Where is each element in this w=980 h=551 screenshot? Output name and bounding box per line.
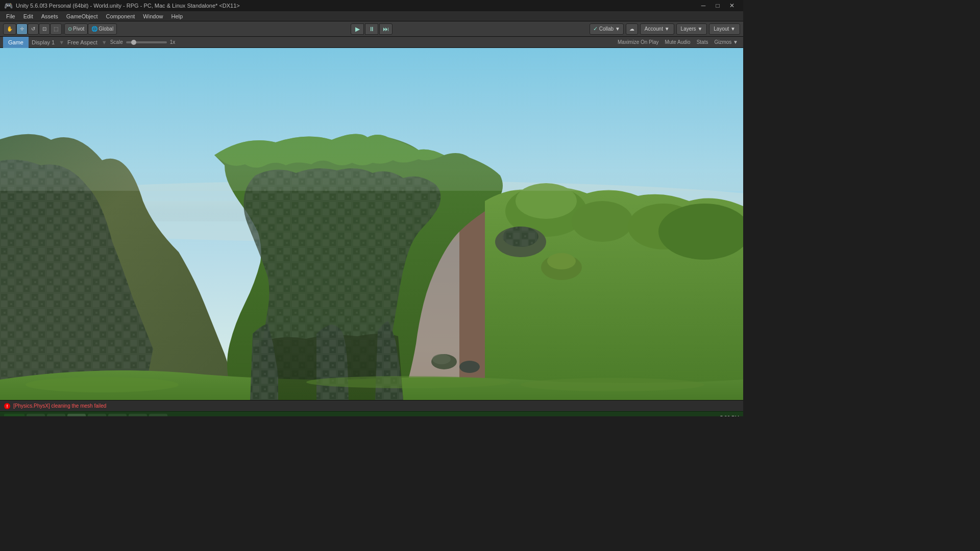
scale-tool[interactable]: ⊡: [39, 23, 50, 35]
taskbar-app-file-explorer[interactable]: 🗂: [27, 414, 45, 417]
title-text: Unity 5.6.0f3 Personal (64bit) - World.u…: [16, 3, 696, 9]
display-label: Display 1: [32, 39, 55, 45]
pivot-button[interactable]: ⊙ Pivot: [64, 23, 88, 35]
close-button[interactable]: ✕: [725, 0, 739, 11]
svg-point-18: [306, 376, 510, 388]
taskbar-time: 5:30 PM 18/04/2017: [714, 415, 739, 417]
right-toolbar: ✓ Collab ▼ ☁ Account ▼ Layers ▼ Layout ▼: [590, 23, 740, 35]
svg-point-17: [26, 377, 179, 392]
error-icon: !: [4, 403, 10, 409]
separator-1: [63, 24, 63, 34]
collab-check-icon: ✓: [593, 26, 598, 32]
svg-point-21: [432, 354, 451, 364]
gizmos-button[interactable]: Gizmos ▼: [712, 39, 740, 45]
taskbar-app-word[interactable]: 📄: [149, 414, 167, 417]
maximize-on-play-button[interactable]: Maximize On Play: [616, 39, 661, 45]
toolbar: ✋ ✛ ↺ ⊡ ⬚ ⊙ Pivot 🌐 Global ▶ ⏸ ⏭ ✓ Colla…: [0, 21, 743, 37]
scale-slider-thumb: [131, 40, 136, 45]
move-tool[interactable]: ✛: [16, 23, 28, 35]
minimize-button[interactable]: ─: [696, 0, 710, 11]
scale-slider[interactable]: [126, 41, 167, 43]
unity-icon: 🎮: [4, 2, 13, 10]
mute-audio-button[interactable]: Mute Audio: [663, 39, 693, 45]
svg-point-22: [459, 361, 480, 373]
menu-item-gameobject[interactable]: GameObject: [62, 11, 102, 21]
start-button[interactable]: ⊞: [4, 414, 24, 417]
taskbar-app-visual-studio[interactable]: 💻: [108, 414, 127, 417]
window-controls: ─ □ ✕: [696, 0, 739, 11]
svg-rect-25: [0, 48, 743, 191]
terrain-view: [0, 48, 743, 400]
status-text: [Physics.PhysX] cleaning the mesh failed: [13, 403, 106, 409]
right-game-controls: Maximize On Play Mute Audio Stats Gizmos…: [616, 39, 740, 45]
maximize-button[interactable]: □: [710, 0, 725, 11]
menu-item-window[interactable]: Window: [139, 11, 167, 21]
cloud-button[interactable]: ☁: [626, 23, 638, 35]
game-toolbar: Game Display 1 ▼ Free Aspect ▼ Scale 1x …: [0, 37, 743, 48]
game-tab[interactable]: Game: [3, 37, 29, 48]
taskbar: ⊞ 🗂 🌐 🎮 🎵 💻 🖼 📄 ^ 🔊 📶 🔔 ENG 5:30 PM 18/0…: [0, 411, 743, 416]
scale-value: 1x: [170, 39, 176, 45]
collab-button[interactable]: ✓ Collab ▼: [590, 23, 624, 35]
taskbar-app-chrome[interactable]: 🌐: [47, 414, 65, 417]
rotate-tool[interactable]: ↺: [28, 23, 39, 35]
hand-tool[interactable]: ✋: [3, 23, 16, 35]
svg-point-24: [547, 253, 576, 269]
rect-tool[interactable]: ⬚: [50, 23, 62, 35]
status-bar: ! [Physics.PhysX] cleaning the mesh fail…: [0, 400, 743, 411]
play-controls: ▶ ⏸ ⏭: [351, 23, 393, 35]
pivot-icon: ⊙: [68, 26, 72, 32]
account-button[interactable]: Account ▼: [640, 23, 674, 35]
menu-item-help[interactable]: Help: [167, 11, 187, 21]
menu-item-assets[interactable]: Assets: [37, 11, 62, 21]
viewport[interactable]: [0, 48, 743, 400]
taskbar-app-spotify[interactable]: 🎵: [88, 414, 106, 417]
global-button[interactable]: 🌐 Global: [88, 23, 117, 35]
taskbar-app-photos[interactable]: 🖼: [129, 414, 147, 417]
svg-point-16: [503, 227, 538, 247]
global-icon: 🌐: [91, 26, 97, 32]
menu-item-component[interactable]: Component: [102, 11, 139, 21]
menu-item-edit[interactable]: Edit: [19, 11, 37, 21]
layers-button[interactable]: Layers ▼: [676, 23, 707, 35]
aspect-label: Free Aspect: [67, 39, 97, 45]
play-button[interactable]: ▶: [351, 23, 364, 35]
svg-point-12: [572, 201, 633, 242]
taskbar-app-unity[interactable]: 🎮: [67, 414, 86, 417]
stats-button[interactable]: Stats: [695, 39, 710, 45]
menu-bar: FileEditAssetsGameObjectComponentWindowH…: [0, 11, 743, 21]
taskbar-tray: ^ 🔊 📶 🔔 ENG 5:30 PM 18/04/2017: [667, 415, 739, 417]
layout-button[interactable]: Layout ▼: [709, 23, 740, 35]
svg-point-19: [521, 378, 704, 391]
step-button[interactable]: ⏭: [379, 23, 393, 35]
scale-label: Scale: [110, 39, 123, 45]
title-bar: 🎮 Unity 5.6.0f3 Personal (64bit) - World…: [0, 0, 743, 11]
pause-button[interactable]: ⏸: [365, 23, 378, 35]
menu-item-file[interactable]: File: [2, 11, 19, 21]
